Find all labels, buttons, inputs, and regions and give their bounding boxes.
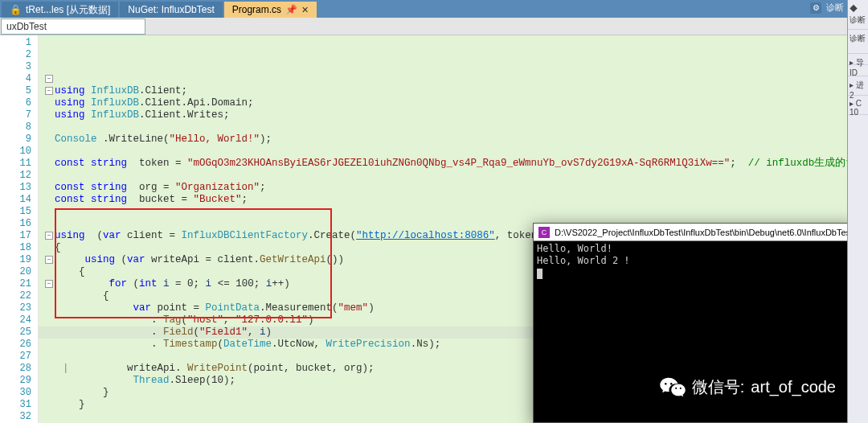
line-number: 31	[3, 399, 31, 411]
line-number: 16	[3, 218, 31, 230]
panel-header[interactable]: ◆ 诊断	[848, 0, 868, 30]
wechat-prefix: 微信号:	[692, 376, 745, 398]
line-number: 12	[3, 170, 31, 182]
tab-metadata[interactable]: 🔒 tRet...les [从元数据]	[2, 2, 118, 18]
code-line[interactable]	[47, 170, 851, 182]
line-number: 8	[3, 121, 31, 133]
tab-nuget[interactable]: NuGet: InfluxDbTest	[120, 2, 222, 18]
line-number: 9	[3, 133, 31, 146]
line-number: 1	[3, 37, 31, 49]
line-number: 13	[3, 182, 31, 194]
line-number: 27	[3, 351, 31, 363]
topright-label[interactable]: 诊断	[826, 2, 844, 14]
code-line[interactable]	[47, 206, 851, 218]
tab-label: tRet...les [从元数据]	[26, 3, 110, 17]
code-line[interactable]: using InfluxDB.Client.Api.Domain;	[47, 97, 851, 109]
close-icon[interactable]: ✕	[301, 5, 309, 15]
line-number: 14	[3, 194, 31, 206]
line-number: 3	[3, 61, 31, 73]
tab-label: NuGet: InfluxDbTest	[128, 4, 214, 15]
fold-icon[interactable]: –	[45, 75, 53, 83]
line-number: 21	[3, 278, 31, 290]
line-number: 17	[3, 230, 31, 242]
panel-section: 诊断	[848, 30, 868, 54]
line-number: 20	[3, 266, 31, 278]
code-line[interactable]	[47, 146, 851, 158]
code-line[interactable]: Console .WriteLine("Hello, World!");	[47, 133, 851, 146]
code-line[interactable]	[47, 121, 851, 133]
wechat-icon	[660, 376, 686, 398]
console-window[interactable]: C D:\VS2022_Project\InfluxDbTest\InfluxD…	[533, 223, 854, 423]
line-number: 25	[3, 326, 31, 339]
navigation-bar: uxDbTest ▤	[0, 18, 868, 35]
line-number: 6	[3, 97, 31, 109]
console-titlebar[interactable]: C D:\VS2022_Project\InfluxDbTest\InfluxD…	[534, 224, 854, 241]
line-number: 30	[3, 387, 31, 399]
line-number: 28	[3, 363, 31, 375]
tab-program-cs[interactable]: Program.cs 📌 ✕	[224, 2, 317, 18]
tab-label: Program.cs	[232, 4, 281, 15]
line-number: 11	[3, 158, 31, 170]
toolbar-right: ⚙ 诊断	[810, 2, 844, 14]
scope-dropdown[interactable]: uxDbTest	[1, 18, 145, 35]
wechat-id: art_of_code	[751, 378, 836, 396]
scope-text: uxDbTest	[6, 21, 47, 32]
line-number: 18	[3, 242, 31, 254]
console-line: Hello, World 2 !	[537, 255, 630, 266]
diagnostics-panel[interactable]: ◆ 诊断 诊断 ▸ 导 ID ▸ 进2 ▸ C10	[847, 0, 868, 423]
line-number: 26	[3, 339, 31, 351]
line-number-gutter: 1234567891011121314151617181920212223242…	[0, 35, 39, 423]
console-cursor	[537, 269, 542, 279]
code-line[interactable]: –	[47, 73, 851, 85]
line-number: 29	[3, 375, 31, 387]
console-title-text: D:\VS2022_Project\InfluxDbTest\InfluxDbT…	[555, 228, 854, 237]
lock-icon: 🔒	[10, 4, 22, 15]
line-number: 10	[3, 146, 31, 158]
console-line: Hello, World!	[537, 243, 612, 254]
fold-icon[interactable]: –	[45, 232, 53, 240]
panel-section: ▸ C10	[848, 96, 868, 115]
code-line[interactable]: const string bucket = "Bucket";	[47, 194, 851, 206]
code-line[interactable]: const string token = "mOGqO3m23KHOAnsByi…	[47, 158, 851, 170]
line-number: 22	[3, 290, 31, 302]
line-number: 5	[3, 85, 31, 97]
line-number: 7	[3, 109, 31, 121]
console-output[interactable]: Hello, World! Hello, World 2 !	[534, 241, 854, 281]
console-app-icon: C	[538, 227, 550, 238]
line-number: 19	[3, 254, 31, 266]
line-number: 32	[3, 411, 31, 423]
fold-icon[interactable]: –	[45, 87, 53, 95]
wechat-watermark: 微信号: art_of_code	[660, 376, 836, 398]
pin-icon[interactable]: 📌	[285, 4, 297, 15]
code-line[interactable]: using InfluxDB.Client.Writes;	[47, 109, 851, 121]
code-line[interactable]: –using InfluxDB.Client;	[47, 85, 851, 97]
document-tabstrip: 🔒 tRet...les [从元数据] NuGet: InfluxDbTest …	[0, 0, 868, 18]
fold-icon[interactable]: –	[45, 256, 53, 264]
line-number: 4	[3, 73, 31, 85]
line-number: 15	[3, 206, 31, 218]
settings-icon[interactable]: ⚙	[810, 2, 821, 14]
fold-icon[interactable]: –	[45, 280, 53, 288]
line-number: 2	[3, 49, 31, 61]
panel-section: ▸ 进2	[848, 76, 868, 96]
line-number: 23	[3, 302, 31, 314]
panel-section: ▸ 导	[848, 54, 868, 65]
line-number: 24	[3, 314, 31, 326]
code-line[interactable]: const string org = "Organization";	[47, 182, 851, 194]
